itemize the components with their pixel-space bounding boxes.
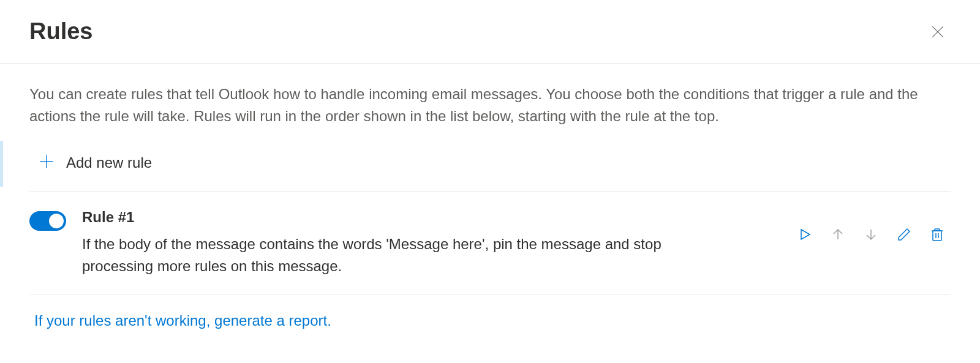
move-up-button bbox=[831, 227, 845, 242]
content-area: You can create rules that tell Outlook h… bbox=[0, 64, 980, 329]
arrow-up-icon bbox=[831, 227, 845, 242]
plus-icon bbox=[38, 153, 55, 173]
header: Rules bbox=[0, 0, 980, 64]
close-button[interactable] bbox=[925, 19, 951, 45]
add-new-rule-button[interactable]: Add new rule bbox=[29, 153, 951, 192]
svg-rect-7 bbox=[933, 231, 941, 241]
rule-actions bbox=[797, 227, 951, 242]
edit-rule-button[interactable] bbox=[897, 227, 911, 242]
toggle-thumb bbox=[49, 214, 64, 228]
rule-description: If the body of the message contains the … bbox=[82, 233, 695, 277]
generate-report-link[interactable]: If your rules aren't working, generate a… bbox=[29, 295, 331, 329]
rule-item: Rule #1 If the body of the message conta… bbox=[29, 192, 951, 295]
rule-toggle[interactable] bbox=[29, 211, 66, 231]
svg-marker-4 bbox=[801, 230, 810, 239]
trash-icon bbox=[930, 227, 944, 242]
rule-content: Rule #1 If the body of the message conta… bbox=[82, 209, 782, 277]
pencil-icon bbox=[897, 227, 911, 242]
rule-title: Rule #1 bbox=[82, 209, 782, 226]
page-title: Rules bbox=[29, 18, 92, 45]
left-accent-bar bbox=[0, 141, 3, 187]
delete-rule-button[interactable] bbox=[930, 227, 944, 242]
rules-description: You can create rules that tell Outlook h… bbox=[29, 83, 951, 127]
run-rule-button[interactable] bbox=[797, 227, 812, 242]
play-icon bbox=[797, 227, 812, 242]
arrow-down-icon bbox=[864, 227, 878, 242]
add-rule-label: Add new rule bbox=[66, 154, 152, 171]
close-icon bbox=[930, 24, 946, 40]
move-down-button bbox=[864, 227, 878, 242]
